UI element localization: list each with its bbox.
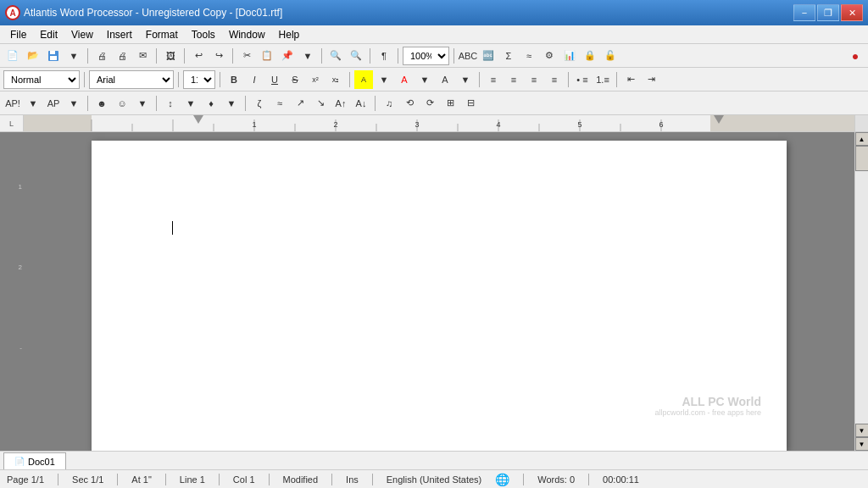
paste-button[interactable]: 📌	[278, 47, 297, 65]
tb3-8[interactable]: ↕	[161, 94, 180, 113]
scroll-up-button[interactable]: ▲	[855, 132, 869, 146]
paragraph-marks-button[interactable]: ¶	[375, 47, 393, 65]
tb3-15[interactable]: ↘	[311, 94, 330, 113]
highlight-button[interactable]: A	[354, 70, 373, 89]
tb3-2[interactable]: ▼	[24, 94, 42, 113]
highlight-dropdown-button[interactable]: ▼	[375, 70, 393, 89]
separator7	[398, 48, 398, 64]
tb3-9[interactable]: ▼	[181, 94, 200, 113]
find-button[interactable]: 🔍	[326, 47, 345, 65]
align-right-button[interactable]: ≡	[525, 70, 543, 89]
outdent-button[interactable]: ⇤	[621, 70, 640, 89]
font-color-button[interactable]: A	[395, 70, 414, 89]
separator-f4	[349, 72, 350, 87]
tb3-14[interactable]: ↗	[291, 94, 309, 113]
tb3-4[interactable]: ▼	[64, 94, 83, 113]
redo-button[interactable]: ↪	[209, 47, 228, 65]
menu-edit[interactable]: Edit	[33, 27, 64, 42]
sep-tb3-2	[156, 96, 157, 111]
status-words: Words: 0	[537, 474, 575, 485]
print-button[interactable]: 🖨	[113, 47, 131, 65]
print-preview-button[interactable]: 🖨	[92, 47, 111, 65]
subscript-button[interactable]: x₂	[326, 70, 345, 89]
font-size-select[interactable]: 8910 111214	[183, 70, 215, 89]
menu-tools[interactable]: Tools	[185, 27, 222, 42]
separator3	[184, 48, 185, 64]
tb3-21[interactable]: ⊞	[441, 94, 459, 113]
tb3-7[interactable]: ▼	[133, 94, 152, 113]
new-button[interactable]: 📄	[3, 47, 22, 65]
svg-text:4: 4	[496, 120, 500, 129]
menu-insert[interactable]: Insert	[100, 27, 139, 42]
email-button[interactable]: ✉	[133, 47, 152, 65]
doc-tab-doc01[interactable]: 📄 Doc01	[3, 452, 66, 469]
superscript-button[interactable]: x²	[306, 70, 325, 89]
indent-button[interactable]: ⇥	[642, 70, 660, 89]
bullets-button[interactable]: • ≡	[573, 70, 592, 89]
font-bg-button[interactable]: A	[436, 70, 454, 89]
tb3-6[interactable]: ☺	[113, 94, 131, 113]
save-button[interactable]	[44, 47, 63, 65]
find2-button[interactable]: 🔍	[347, 47, 365, 65]
numbering-button[interactable]: 1.≡	[593, 70, 612, 89]
underline-button[interactable]: U	[265, 70, 284, 89]
font-color-dropdown-button[interactable]: ▼	[415, 70, 434, 89]
minimize-button[interactable]: −	[793, 4, 815, 21]
italic-button[interactable]: I	[245, 70, 264, 89]
scroll-track[interactable]	[855, 146, 869, 424]
menu-file[interactable]: File	[3, 27, 33, 42]
strikethrough-button[interactable]: S	[286, 70, 304, 89]
close-button[interactable]: ✕	[841, 4, 863, 21]
style-select[interactable]: Normal Heading 1 Heading 2	[3, 70, 80, 89]
font-bg-dropdown-button[interactable]: ▼	[456, 70, 475, 89]
paste-dropdown-button[interactable]: ▼	[298, 47, 317, 65]
tb3-18[interactable]: ♫	[380, 94, 398, 113]
spell2-button[interactable]: 🔤	[479, 47, 498, 65]
spell-button[interactable]: ABC	[459, 47, 477, 65]
align-left-button[interactable]: ≡	[484, 70, 503, 89]
tb3-12[interactable]: ζ	[250, 94, 269, 113]
scroll-down-button[interactable]: ▼	[855, 424, 869, 437]
image-button[interactable]: 🖼	[161, 47, 180, 65]
cut-button[interactable]: ✂	[237, 47, 256, 65]
open-button[interactable]: 📂	[24, 47, 42, 65]
tb3-11[interactable]: ▼	[222, 94, 241, 113]
tb3-10[interactable]: ♦	[202, 94, 220, 113]
separator-f6	[568, 72, 569, 87]
menu-help[interactable]: Help	[272, 27, 307, 42]
bold-button[interactable]: B	[225, 70, 243, 89]
align-justify-button[interactable]: ≡	[545, 70, 564, 89]
special2-button[interactable]: ≈	[520, 47, 538, 65]
copy-button[interactable]: 📋	[258, 47, 276, 65]
status-section: Sec 1/1	[72, 474, 103, 485]
tb3-5[interactable]: ☻	[92, 94, 111, 113]
scroll-bottom-button[interactable]: ▼	[855, 437, 869, 451]
tb3-3[interactable]: AP	[44, 94, 63, 113]
menu-view[interactable]: View	[64, 27, 100, 42]
restore-button[interactable]: ❐	[817, 4, 839, 21]
ruler-right-area	[854, 115, 868, 131]
scroll-thumb[interactable]	[855, 146, 869, 171]
zoom-select[interactable]: 50% 75% 100% 125% 150% 200%	[403, 47, 449, 65]
undo-button[interactable]: ↩	[189, 47, 208, 65]
tb3-22[interactable]: ⊟	[461, 94, 480, 113]
document[interactable]: ALL PC World allpcworld.com - free apps …	[92, 141, 787, 451]
menu-format[interactable]: Format	[139, 27, 185, 42]
save-dropdown-button[interactable]: ▼	[64, 47, 83, 65]
watermark: ALL PC World allpcworld.com - free apps …	[654, 395, 761, 417]
menu-window[interactable]: Window	[222, 27, 272, 42]
atlantis-button[interactable]: ●	[846, 47, 865, 65]
special1-button[interactable]: Σ	[499, 47, 518, 65]
special3-button[interactable]: ⚙	[540, 47, 559, 65]
tb3-13[interactable]: ≈	[270, 94, 289, 113]
align-center-button[interactable]: ≡	[504, 70, 523, 89]
tb3-1[interactable]: AP!	[3, 94, 22, 113]
font-select[interactable]: Arial Times New Roman Courier New	[89, 70, 174, 89]
special4-button[interactable]: 📊	[560, 47, 579, 65]
tb3-19[interactable]: ⟲	[400, 94, 419, 113]
special6-button[interactable]: 🔓	[601, 47, 620, 65]
tb3-16[interactable]: A↑	[331, 94, 350, 113]
tb3-20[interactable]: ⟳	[420, 94, 439, 113]
tb3-17[interactable]: A↓	[352, 94, 370, 113]
special5-button[interactable]: 🔒	[581, 47, 599, 65]
